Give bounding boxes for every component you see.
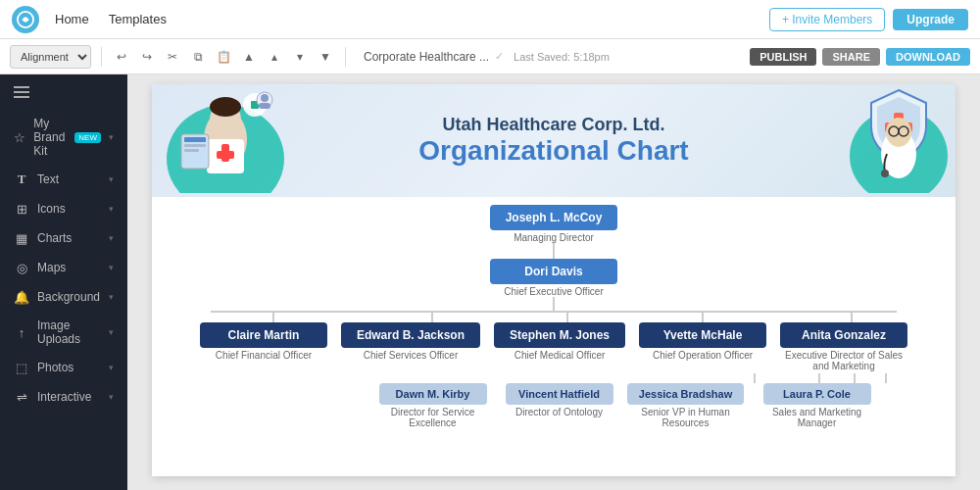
image-uploads-icon: ↑ bbox=[14, 324, 29, 340]
document-title: Corporate Healthcare ... bbox=[364, 50, 489, 64]
sidebar-label-maps: Maps bbox=[37, 261, 101, 274]
chart-header: Utah Healthcare Corp. Ltd. Organizationa… bbox=[152, 84, 956, 197]
move-up-icon2[interactable]: ▴ bbox=[265, 47, 284, 67]
sidebar-hamburger[interactable] bbox=[0, 82, 127, 102]
connector-l1-l2 bbox=[553, 243, 555, 259]
alignment-select[interactable]: Alignment bbox=[10, 45, 91, 69]
cut-icon[interactable]: ✂ bbox=[163, 47, 182, 67]
move-down-icon2[interactable]: ▼ bbox=[316, 47, 335, 67]
title-stephen-jones: Chief Medical Officer bbox=[514, 350, 606, 361]
nav-right: + Invite Members Upgrade bbox=[769, 8, 968, 31]
move-up-icon[interactable]: ▲ bbox=[239, 47, 259, 67]
nav-templates[interactable]: Templates bbox=[109, 12, 167, 26]
download-button[interactable]: DOWNLOAD bbox=[886, 48, 970, 66]
hamburger-icon bbox=[14, 86, 29, 98]
share-button[interactable]: SHARE bbox=[822, 48, 880, 66]
publish-button[interactable]: PUBLISH bbox=[750, 48, 816, 66]
invite-members-button[interactable]: + Invite Members bbox=[769, 8, 885, 31]
sidebar-item-maps[interactable]: ◎ Maps ▾ bbox=[0, 253, 127, 282]
text-icon: T bbox=[14, 172, 29, 187]
node-edward-jackson[interactable]: Edward B. Jackson bbox=[341, 322, 480, 348]
main-layout: ☆ My Brand Kit NEW ▾ T Text ▾ ⊞ Icons ▾ … bbox=[0, 74, 980, 490]
title-claire-martin: Chief Financial Officer bbox=[216, 350, 312, 361]
svg-rect-17 bbox=[259, 103, 270, 109]
node-joseph-mccoy[interactable]: Joseph L. McCoy bbox=[490, 205, 618, 230]
chevron-icon-maps: ▾ bbox=[109, 263, 114, 272]
upgrade-button[interactable]: Upgrade bbox=[893, 9, 968, 30]
sidebar-item-brand-kit[interactable]: ☆ My Brand Kit NEW ▾ bbox=[0, 110, 127, 165]
toolbar-divider-2 bbox=[345, 47, 346, 67]
svg-rect-10 bbox=[184, 137, 206, 142]
title-vincent-hatfield: Director of Ontology bbox=[515, 407, 603, 417]
chevron-icon-interactive: ▾ bbox=[109, 392, 114, 402]
sidebar: ☆ My Brand Kit NEW ▾ T Text ▾ ⊞ Icons ▾ … bbox=[0, 74, 127, 490]
chevron-icon-photos: ▾ bbox=[109, 363, 114, 372]
level3-row: Claire Martin Chief Financial Officer Ed… bbox=[200, 322, 907, 371]
title-joseph-mccoy: Managing Director bbox=[514, 232, 594, 243]
canvas-area[interactable]: Utah Healthcare Corp. Ltd. Organizationa… bbox=[127, 74, 980, 490]
photos-icon: ⬚ bbox=[14, 360, 29, 375]
node-dawn-kirby[interactable]: Dawn M. Kirby bbox=[379, 383, 487, 405]
doc-status: Last Saved: 5:18pm bbox=[514, 51, 610, 63]
connectors-l3-l4 bbox=[201, 373, 906, 383]
title-edward-jackson: Chief Services Officer bbox=[364, 350, 459, 361]
canvas-content: Utah Healthcare Corp. Ltd. Organizationa… bbox=[152, 84, 956, 476]
sidebar-item-interactive[interactable]: ⇌ Interactive ▾ bbox=[0, 382, 127, 412]
sidebar-label-background: Background bbox=[37, 290, 101, 304]
copy-icon[interactable]: ⧉ bbox=[188, 47, 208, 67]
toolbar-right: PUBLISH SHARE DOWNLOAD bbox=[750, 48, 970, 66]
sidebar-label-brand-kit: My Brand Kit bbox=[33, 117, 65, 158]
node-dori-davis[interactable]: Dori Davis bbox=[490, 259, 617, 284]
sidebar-item-text[interactable]: T Text ▾ bbox=[0, 165, 127, 194]
node-jessica-bradshaw[interactable]: Jessica Bradshaw bbox=[627, 383, 744, 405]
node-col-edward: Edward B. Jackson Chief Services Officer bbox=[341, 322, 480, 361]
connector-l2-l3 bbox=[211, 297, 897, 322]
svg-rect-11 bbox=[184, 144, 206, 147]
svg-rect-5 bbox=[217, 151, 234, 159]
nav-links: Home Templates bbox=[55, 12, 167, 26]
node-col-laura: Laura P. Cole Sales and Marketing Manage… bbox=[759, 383, 876, 428]
sidebar-label-image-uploads: Image Uploads bbox=[37, 318, 101, 346]
node-col-dawn: Dawn M. Kirby Director for Service Excel… bbox=[374, 383, 492, 428]
move-down-icon[interactable]: ▾ bbox=[290, 47, 310, 67]
sidebar-label-charts: Charts bbox=[37, 231, 101, 245]
node-claire-martin[interactable]: Claire Martin bbox=[200, 322, 327, 348]
icons-icon: ⊞ bbox=[14, 201, 29, 217]
sidebar-label-icons: Icons bbox=[37, 202, 101, 216]
node-vincent-hatfield[interactable]: Vincent Hatfield bbox=[506, 383, 613, 405]
sidebar-item-charts[interactable]: ▦ Charts ▾ bbox=[0, 223, 127, 253]
org-chart-body: Joseph L. McCoy Managing Director Dori D… bbox=[152, 197, 956, 428]
sidebar-item-image-uploads[interactable]: ↑ Image Uploads ▾ bbox=[0, 312, 127, 353]
redo-icon[interactable]: ↪ bbox=[137, 47, 157, 67]
sidebar-item-photos[interactable]: ⬚ Photos ▾ bbox=[0, 353, 127, 382]
illustration-right bbox=[848, 85, 951, 197]
paste-icon[interactable]: 📋 bbox=[214, 47, 233, 67]
svg-point-7 bbox=[210, 97, 241, 117]
node-yvette-mchale[interactable]: Yvette McHale bbox=[639, 322, 766, 348]
node-laura-cole[interactable]: Laura P. Cole bbox=[763, 383, 871, 405]
toolbar: Alignment ↩ ↪ ✂ ⧉ 📋 ▲ ▴ ▾ ▼ Corporate He… bbox=[0, 39, 980, 74]
svg-rect-12 bbox=[184, 149, 199, 152]
title-laura-cole: Sales and Marketing Manager bbox=[759, 407, 876, 428]
title-dawn-kirby: Director for Service Excellence bbox=[374, 407, 492, 428]
chevron-icon-charts: ▾ bbox=[109, 233, 114, 243]
sidebar-item-icons[interactable]: ⊞ Icons ▾ bbox=[0, 194, 127, 223]
node-stephen-jones[interactable]: Stephen M. Jones bbox=[494, 322, 625, 348]
node-col-stephen: Stephen M. Jones Chief Medical Officer bbox=[494, 322, 625, 361]
top-navigation: Home Templates + Invite Members Upgrade bbox=[0, 0, 980, 39]
nav-home[interactable]: Home bbox=[55, 12, 89, 26]
new-badge: NEW bbox=[74, 132, 101, 143]
logo[interactable] bbox=[12, 6, 39, 33]
node-col-vincent: Vincent Hatfield Director of Ontology bbox=[506, 383, 613, 417]
title-anita-gonzalez: Executive Director of Sales and Marketin… bbox=[780, 350, 907, 371]
node-col-jessica: Jessica Bradshaw Senior VP in Human Reso… bbox=[627, 383, 745, 428]
undo-icon[interactable]: ↩ bbox=[112, 47, 131, 67]
title-jessica-bradshaw: Senior VP in Human Resources bbox=[627, 407, 745, 428]
sidebar-item-background[interactable]: 🔔 Background ▾ bbox=[0, 282, 127, 312]
chevron-icon-text: ▾ bbox=[109, 174, 114, 184]
toolbar-divider-1 bbox=[101, 47, 102, 67]
node-anita-gonzalez[interactable]: Anita Gonzalez bbox=[780, 322, 907, 348]
charts-icon: ▦ bbox=[14, 230, 29, 246]
chevron-icon: ▾ bbox=[109, 132, 114, 142]
title-dori-davis: Chief Executive Officer bbox=[504, 286, 604, 297]
